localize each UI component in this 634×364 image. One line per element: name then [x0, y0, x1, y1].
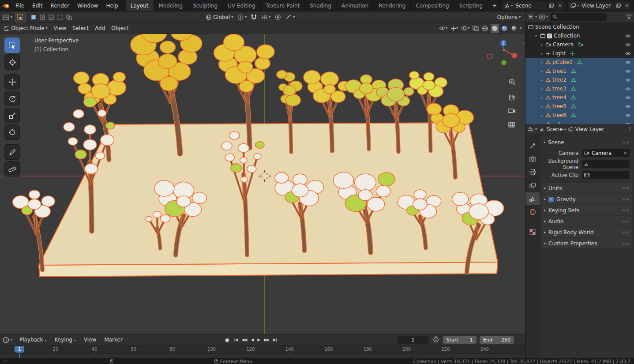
pivot-point-dropdown[interactable]: ▾: [237, 14, 247, 20]
tool-cursor[interactable]: [4, 54, 20, 70]
options-dropdown[interactable]: Options ▾: [497, 14, 521, 20]
shading-solid-button[interactable]: [491, 24, 499, 33]
expand-closed-icon[interactable]: ▸: [540, 96, 544, 100]
prev-keyframe-button[interactable]: ◀◀: [242, 338, 247, 342]
select-mode-new[interactable]: [30, 14, 38, 21]
timeline-menu-keying[interactable]: Keying▾: [51, 337, 79, 343]
expand-closed-icon[interactable]: ▸: [540, 87, 544, 91]
expand-closed-icon[interactable]: ▸: [540, 78, 544, 82]
expand-open-icon[interactable]: ▾: [534, 34, 538, 38]
pin-id-icon[interactable]: [628, 127, 632, 132]
drag-handle-icon[interactable]: ≡≡: [622, 241, 630, 246]
timeline-menu-view[interactable]: View: [80, 337, 100, 343]
expand-closed-icon[interactable]: ▸: [540, 60, 544, 64]
properties-editor-type-dropdown[interactable]: ▾: [528, 127, 537, 132]
mesh-data-icon[interactable]: [571, 104, 576, 109]
drag-handle-icon[interactable]: ≡≡: [622, 230, 630, 235]
outliner-display-mode-dropdown[interactable]: ▾: [539, 15, 548, 19]
preview-range-clock-icon[interactable]: [433, 336, 439, 342]
workspace-tab-texture-paint[interactable]: Texture Paint: [261, 0, 305, 11]
section-units[interactable]: ▸Units≡≡: [541, 183, 632, 193]
section-rigid-body-world[interactable]: ▸Rigid Body World≡≡: [541, 227, 632, 237]
drag-handle-icon[interactable]: ≡≡: [622, 219, 630, 224]
outliner-row-tree3[interactable]: ▸tree3: [525, 84, 634, 93]
axis-gizmo[interactable]: Z: [487, 40, 517, 65]
add-workspace-button[interactable]: +: [488, 3, 501, 9]
camera-view-button[interactable]: [508, 109, 515, 113]
mesh-data-icon[interactable]: [571, 86, 576, 91]
workspace-tab-modeling[interactable]: Modeling: [154, 0, 188, 11]
menu-window[interactable]: Window: [73, 3, 102, 9]
visibility-eye-icon[interactable]: [625, 96, 631, 100]
viewport-menu-add[interactable]: Add: [95, 25, 105, 31]
new-view-layer-button[interactable]: [614, 1, 623, 10]
workspace-tab-rendering[interactable]: Rendering: [374, 0, 411, 11]
clear-camera-button[interactable]: ×: [623, 150, 627, 156]
viewport-menu-view[interactable]: View: [54, 25, 66, 31]
outliner-filter-button[interactable]: [626, 15, 632, 19]
outliner-row-pcube2[interactable]: ▸pCube2: [525, 58, 634, 67]
workspace-tab-sculpting[interactable]: Sculpting: [188, 0, 223, 11]
outliner-row-tree1[interactable]: ▸tree1: [525, 67, 634, 75]
timeline-editor-type-dropdown[interactable]: ▾: [3, 337, 12, 343]
menu-render[interactable]: Render: [46, 3, 73, 9]
drag-handle-icon[interactable]: ≡≡: [623, 140, 630, 145]
new-scene-button[interactable]: [547, 1, 555, 10]
breadcrumb-view-layer[interactable]: View Layer: [575, 126, 604, 132]
transform-orientation-dropdown[interactable]: Global ▾: [206, 14, 233, 20]
zoom-button[interactable]: [510, 79, 516, 86]
expand-closed-icon[interactable]: ▸: [540, 43, 544, 47]
timeline-track-area[interactable]: [0, 353, 525, 358]
visibility-eye-icon[interactable]: [625, 105, 631, 109]
tab-scene[interactable]: [525, 192, 540, 205]
viewport-menu-object[interactable]: Object: [111, 25, 128, 31]
workspace-tab-uv-editing[interactable]: UV Editing: [223, 0, 261, 11]
collapse-region-arrow[interactable]: ‹: [522, 40, 525, 46]
outliner-search-input[interactable]: [550, 13, 607, 21]
tool-annotate[interactable]: [4, 144, 20, 160]
drag-handle-icon[interactable]: ≡≡: [622, 208, 630, 213]
frame-end-field[interactable]: End 250: [480, 336, 514, 344]
drag-handle-icon[interactable]: ≡≡: [622, 197, 630, 202]
active-tool-select-box[interactable]: [15, 12, 26, 23]
drag-handle-icon[interactable]: ≡≡: [622, 186, 630, 191]
play-button[interactable]: ▶: [257, 338, 260, 342]
scene-name[interactable]: Scene: [514, 3, 547, 9]
tool-select-box[interactable]: [4, 38, 20, 53]
playhead[interactable]: 1: [15, 346, 24, 353]
gizmos-dropdown[interactable]: ▾: [450, 24, 459, 33]
workspace-tab-compositing[interactable]: Compositing: [411, 0, 454, 11]
frame-start-field[interactable]: Start 1: [443, 336, 476, 344]
select-mode-intersect[interactable]: [65, 14, 73, 21]
section-audio[interactable]: ▸Audio≡≡: [541, 216, 632, 226]
outliner-row-partial[interactable]: ▸: [525, 120, 634, 124]
delete-scene-button[interactable]: ×: [555, 1, 564, 10]
expand-closed-icon[interactable]: ▸: [540, 69, 544, 73]
tool-move[interactable]: [4, 74, 20, 90]
tab-tool[interactable]: [525, 139, 540, 152]
camera-field[interactable]: Camera ×: [582, 149, 630, 157]
tab-render[interactable]: [525, 153, 540, 165]
outliner-row-collection[interactable]: ▾✓Collection: [525, 31, 634, 40]
workspace-tab-scripting[interactable]: Scripting: [454, 0, 488, 11]
outliner-row-tree2[interactable]: ▸tree2: [525, 75, 634, 84]
tab-texture[interactable]: [525, 226, 540, 238]
scene-icon[interactable]: ▾: [502, 3, 514, 8]
breadcrumb-scene[interactable]: Scene: [547, 126, 563, 132]
view-layer-icon[interactable]: ▾: [568, 3, 580, 8]
menu-help[interactable]: Help: [102, 3, 122, 9]
shading-material-button[interactable]: [500, 24, 509, 33]
workspace-tab-layout[interactable]: Layout: [126, 0, 154, 11]
mesh-data-icon[interactable]: [571, 78, 576, 82]
jump-to-end-button[interactable]: ▶|: [273, 338, 277, 342]
scene-section-header[interactable]: ▾ Scene ≡≡: [540, 137, 634, 147]
viewport-menu-select[interactable]: Select: [72, 25, 89, 31]
tool-measure[interactable]: [4, 161, 20, 176]
section-gravity[interactable]: ▸✓Gravity≡≡: [541, 194, 632, 204]
tab-output[interactable]: [525, 166, 540, 178]
outliner-row-tree4[interactable]: ▸tree4: [525, 93, 634, 102]
section-keying-sets[interactable]: ▸Keying Sets≡≡: [541, 205, 632, 215]
visibility-eye-icon[interactable]: [625, 87, 631, 91]
workspace-tab-animation[interactable]: Animation: [337, 0, 374, 11]
timeline-menu-playback[interactable]: Playback▾: [16, 337, 50, 343]
